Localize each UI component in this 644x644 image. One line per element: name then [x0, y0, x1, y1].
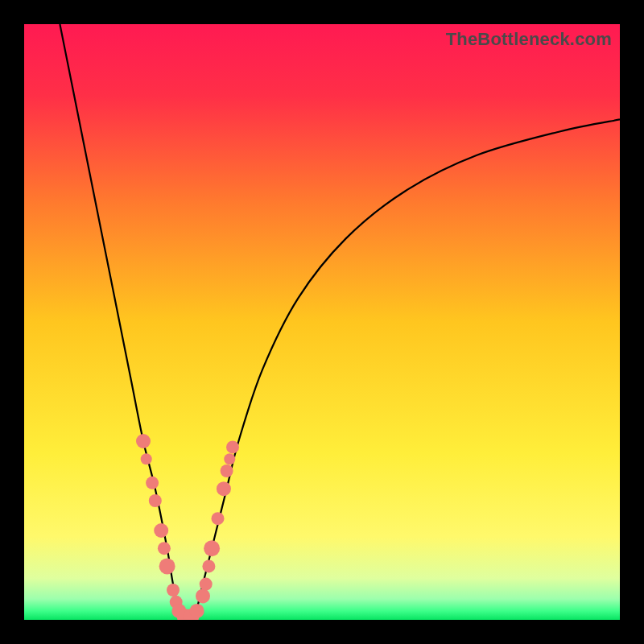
- outer-frame: TheBottleneck.com: [0, 0, 644, 644]
- data-marker: [167, 584, 180, 597]
- data-marker: [204, 540, 220, 556]
- plot-area: TheBottleneck.com: [24, 24, 620, 620]
- data-marker: [224, 453, 235, 464]
- data-marker: [158, 542, 171, 555]
- data-marker: [221, 464, 233, 477]
- data-marker: [217, 481, 231, 496]
- data-marker: [200, 578, 213, 591]
- chart-overlay: [24, 24, 620, 620]
- data-marker: [149, 494, 162, 507]
- bottleneck-curve: [60, 24, 620, 620]
- data-marker: [190, 604, 204, 618]
- marker-group: [136, 434, 239, 620]
- watermark-text: TheBottleneck.com: [446, 29, 612, 50]
- data-marker: [154, 523, 168, 538]
- data-marker: [202, 559, 215, 572]
- data-marker: [226, 440, 239, 453]
- data-marker: [136, 434, 151, 448]
- data-marker: [141, 453, 152, 464]
- data-marker: [159, 558, 175, 574]
- data-marker: [212, 512, 225, 525]
- data-marker: [196, 588, 210, 603]
- data-marker: [146, 477, 159, 489]
